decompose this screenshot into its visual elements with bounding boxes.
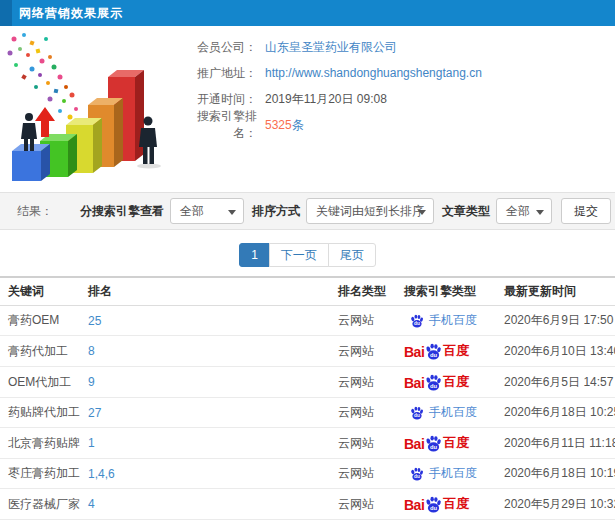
table-row: 北京膏药贴牌 1 云网站 Bai du 百度: [0, 428, 615, 459]
page-title: 网络营销效果展示: [12, 5, 123, 22]
info-suffix: 条: [292, 117, 304, 134]
updated-cell: 2020年6月18日 10:25: [496, 398, 615, 428]
sort-filter-label: 排序方式: [252, 203, 300, 220]
baidu-logo-bai: Bai: [404, 344, 424, 360]
mobile-baidu-logo: du 手机百度: [404, 404, 488, 421]
header-updated: 最新更新时间: [496, 277, 615, 306]
rank-link[interactable]: 8: [88, 344, 95, 358]
engine-cell: du 手机百度: [396, 459, 496, 489]
rank-type-cell: 云网站: [330, 489, 396, 520]
sort-filter-select[interactable]: 关键词由短到长排序: [306, 198, 434, 224]
engine-cell: du 手机百度: [396, 306, 496, 336]
table-row: 药贴牌代加工 27 云网站: [0, 398, 615, 428]
engine-filter-select[interactable]: 全部: [170, 198, 244, 224]
baidu-logo-cn: 百度: [443, 373, 469, 391]
illustration-wrap: [0, 26, 185, 192]
info-label: 搜索引擎排名：: [185, 108, 257, 142]
growth-bar-chart-illustration: [2, 29, 182, 187]
mobile-baidu-paw-icon: du: [410, 406, 424, 420]
chevron-down-icon: [536, 210, 544, 215]
baidu-logo: Bai du 百度: [404, 342, 488, 360]
baidu-logo-bai: Bai: [404, 497, 424, 513]
rank-link[interactable]: 9: [88, 375, 95, 389]
info-fields: 会员公司： 山东皇圣堂药业有限公司 推广地址： http://www.shand…: [185, 26, 615, 192]
mobile-baidu-logo: du 手机百度: [404, 465, 488, 482]
baidu-logo-cn: 百度: [443, 495, 469, 513]
svg-text:du: du: [414, 474, 420, 479]
page-current[interactable]: 1: [239, 243, 270, 267]
mobile-baidu-label: 手机百度: [429, 404, 477, 421]
rank-link[interactable]: 4: [88, 497, 95, 511]
table-row: 膏药OEM 25 云网站: [0, 306, 615, 336]
submit-button[interactable]: 提交: [561, 198, 611, 224]
info-value: 2019年11月20日 09:08: [265, 91, 387, 108]
info-value[interactable]: 山东皇圣堂药业有限公司: [265, 39, 397, 56]
engine-filter-value: 全部: [180, 204, 204, 218]
baidu-paw-icon: du: [425, 496, 442, 513]
baidu-logo-bai: Bai: [404, 375, 424, 391]
pagination-section: 1 下一页 尾页: [0, 230, 615, 276]
engine-filter-label: 分搜索引擎查看: [80, 203, 164, 220]
info-value: 5325: [265, 118, 292, 132]
info-label: 开通时间：: [185, 91, 257, 108]
engine-cell: du 手机百度: [396, 398, 496, 428]
results-table: 关键词 排名 排名类型 搜索引擎类型 最新更新时间 膏药OEM 25 云网站: [0, 276, 615, 520]
filter-panel: 结果： 分搜索引擎查看 全部 排序方式 关键词由短到长排序 文章类型 全部 提交: [0, 192, 615, 230]
baidu-paw-icon: du: [425, 343, 442, 360]
baidu-paw-icon: du: [425, 374, 442, 391]
header-keyword: 关键词: [0, 277, 80, 306]
table-row: 枣庄膏药加工 1,4,6 云网站: [0, 459, 615, 489]
chevron-down-icon: [418, 210, 426, 215]
rank-type-cell: 云网站: [330, 306, 396, 336]
svg-text:du: du: [414, 413, 420, 418]
svg-text:du: du: [430, 505, 438, 511]
updated-cell: 2020年6月9日 17:50: [496, 306, 615, 336]
article-type-label: 文章类型: [442, 203, 490, 220]
rank-link[interactable]: 1: [88, 436, 95, 450]
keyword-cell: 膏药OEM: [0, 306, 80, 336]
keyword-cell: 枣庄膏药加工: [0, 459, 80, 489]
rank-type-cell: 云网站: [330, 367, 396, 398]
confetti-dots: [8, 33, 79, 120]
rank-type-cell: 云网站: [330, 398, 396, 428]
updated-cell: 2020年6月11日 11:18: [496, 428, 615, 459]
table-row: 膏药代加工 8 云网站 Bai du 百度: [0, 336, 615, 367]
engine-cell: Bai du 百度: [396, 428, 496, 459]
header-engine-type: 搜索引擎类型: [396, 277, 496, 306]
page-next[interactable]: 下一页: [269, 243, 329, 267]
keyword-cell: 北京膏药贴牌: [0, 428, 80, 459]
header-rank: 排名: [80, 277, 330, 306]
mobile-baidu-label: 手机百度: [429, 312, 477, 329]
title-bar-accent: [0, 0, 12, 26]
table-header-row: 关键词 排名 排名类型 搜索引擎类型 最新更新时间: [0, 277, 615, 306]
article-type-select[interactable]: 全部: [496, 198, 552, 224]
table-row: 医疗器械厂家 4 云网站 Bai du 百度: [0, 489, 615, 520]
results-table-body: 膏药OEM 25 云网站: [0, 306, 615, 520]
title-bar: 网络营销效果展示: [0, 0, 615, 26]
engine-cell: Bai du 百度: [396, 336, 496, 367]
info-label: 推广地址：: [185, 65, 257, 82]
info-section: 会员公司： 山东皇圣堂药业有限公司 推广地址： http://www.shand…: [0, 26, 615, 192]
svg-text:du: du: [414, 321, 420, 326]
info-value[interactable]: http://www.shandonghuangshengtang.cn: [265, 66, 482, 80]
rank-link[interactable]: 27: [88, 406, 101, 420]
rank-type-cell: 云网站: [330, 336, 396, 367]
result-label: 结果：: [17, 203, 53, 220]
engine-cell: Bai du 百度: [396, 367, 496, 398]
rank-type-cell: 云网站: [330, 459, 396, 489]
pagination: 1 下一页 尾页: [239, 243, 376, 267]
sort-filter-value: 关键词由短到长排序: [316, 204, 424, 218]
table-row: OEM代加工 9 云网站 Bai du 百度: [0, 367, 615, 398]
baidu-logo-bai: Bai: [404, 436, 424, 452]
header-rank-type: 排名类型: [330, 277, 396, 306]
rank-link[interactable]: 1,4,6: [88, 467, 115, 481]
keyword-cell: 药贴牌代加工: [0, 398, 80, 428]
svg-text:du: du: [430, 383, 438, 389]
keyword-cell: OEM代加工: [0, 367, 80, 398]
page-last[interactable]: 尾页: [328, 243, 376, 267]
chevron-down-icon: [228, 210, 236, 215]
updated-cell: 2020年6月5日 14:57: [496, 367, 615, 398]
baidu-paw-icon: du: [425, 435, 442, 452]
svg-text:du: du: [430, 444, 438, 450]
rank-link[interactable]: 25: [88, 314, 101, 328]
